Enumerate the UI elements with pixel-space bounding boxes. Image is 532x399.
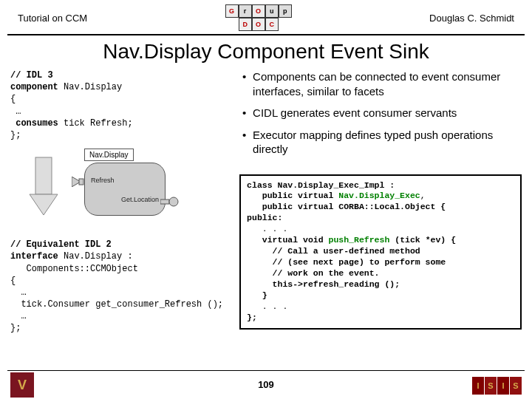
logo-cell: S <box>485 377 497 395</box>
code-line: } <box>247 290 267 300</box>
isis-logo: I S I S <box>472 377 522 395</box>
doc-group-logo: G r O u p D O C <box>225 4 292 31</box>
header-right-text: Douglas C. Schmidt <box>429 13 514 24</box>
code-line: // Equivalent IDL 2 <box>10 239 112 250</box>
code-line: … <box>10 106 21 117</box>
component-body: Refresh Get.Location <box>84 163 166 216</box>
vanderbilt-logo: V <box>10 372 34 398</box>
code-line: { <box>10 276 16 286</box>
code-text: , <box>420 191 426 200</box>
svg-rect-4 <box>160 200 169 204</box>
left-column: // IDL 3 component Nav.Display { … consu… <box>10 69 232 335</box>
component-name-label: Nav.Display <box>84 149 134 161</box>
svg-rect-0 <box>35 157 52 194</box>
logo-cell: I <box>497 377 509 395</box>
code-text: Nav.Display : <box>58 251 133 262</box>
content-area: // IDL 3 component Nav.Display { … consu… <box>0 69 532 335</box>
svg-rect-3 <box>79 179 83 185</box>
logo-cell: G <box>225 4 239 18</box>
svg-point-5 <box>169 197 178 206</box>
code-text: (tick *ev) { <box>389 235 456 245</box>
logo-cell: O <box>252 4 265 18</box>
slide-header: Tutorial on CCM G r O u p D O C Douglas … <box>7 0 525 35</box>
code-keyword: interface <box>10 251 58 262</box>
facet-icon <box>160 196 180 208</box>
slide-title: Nav.Display Component Event Sink <box>0 40 532 64</box>
class-code-box: class Nav.Display_Exec_Impl : public vir… <box>239 174 522 330</box>
logo-cell: S <box>510 377 522 395</box>
footer-divider <box>7 370 525 371</box>
code-line: … <box>10 311 27 321</box>
port-label: Get.Location <box>121 196 159 203</box>
code-line: . . . <box>247 224 287 233</box>
code-text: Nav.Display <box>58 82 122 92</box>
right-column: Components can be connected to event con… <box>239 69 522 335</box>
code-line: public virtual CORBA::Local.Object { <box>247 202 446 211</box>
code-line: }; <box>10 323 21 333</box>
code-line: // Call a user-defined method <box>247 246 420 256</box>
page-number: 109 <box>0 379 532 390</box>
code-keyword: consumes <box>10 118 58 129</box>
code-type: push_Refresh <box>324 235 390 245</box>
svg-marker-1 <box>30 194 58 215</box>
idl2-code: // Equivalent IDL 2 interface Nav.Displa… <box>10 239 232 335</box>
code-line: . . . <box>247 301 287 311</box>
logo-cell: u <box>265 4 279 18</box>
code-line: class Nav.Display_Exec_Impl : <box>247 180 395 190</box>
idl3-code: // IDL 3 component Nav.Display { … consu… <box>10 69 232 141</box>
code-line: // IDL 3 <box>10 70 53 81</box>
bullet-item: Components can be connected to event con… <box>242 69 522 98</box>
code-line: }; <box>247 313 257 322</box>
code-type: Nav.Display_Exec <box>333 191 420 200</box>
component-diagram: Nav.Display Refresh Get.Location <box>10 147 232 236</box>
arrow-down-icon <box>25 154 62 221</box>
code-line: this->refresh_reading (); <box>247 279 400 289</box>
header-left-text: Tutorial on CCM <box>18 13 87 24</box>
logo-cell: D <box>239 18 252 31</box>
code-text: tick Refresh; <box>58 118 133 129</box>
logo-cell: C <box>265 18 279 31</box>
code-line: … <box>10 287 27 298</box>
bullet-item: Executor mapping defines typed push oper… <box>242 128 522 157</box>
bullet-item: CIDL generates event consumer servants <box>242 106 522 120</box>
code-line: { <box>10 94 16 104</box>
code-line: // work on the event. <box>247 268 379 278</box>
port-label: Refresh <box>91 177 115 184</box>
code-line: tick.Consumer get_consumer_Refresh (); <box>10 299 223 310</box>
logo-cell: I <box>472 377 484 395</box>
code-line: public: <box>247 213 282 222</box>
bullet-list: Components can be connected to event con… <box>239 69 522 157</box>
code-line: }; <box>10 130 21 140</box>
logo-cell: p <box>279 4 292 18</box>
logo-cell: r <box>239 4 252 18</box>
component-box: Nav.Display Refresh Get.Location <box>84 147 166 216</box>
event-sink-icon <box>72 177 85 187</box>
code-keyword: component <box>10 82 58 92</box>
code-text: virtual void <box>247 235 324 245</box>
logo-cell: O <box>252 18 265 31</box>
code-line: // (see next page) to perform some <box>247 257 446 267</box>
code-text: public virtual <box>247 191 333 200</box>
code-line: Components::CCMObject <box>10 264 138 274</box>
